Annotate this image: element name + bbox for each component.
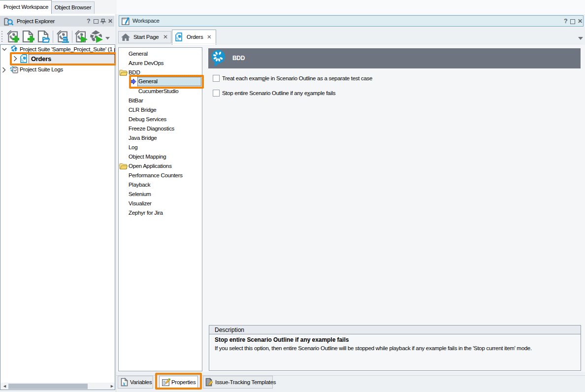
svg-text:x: x [122, 380, 126, 387]
